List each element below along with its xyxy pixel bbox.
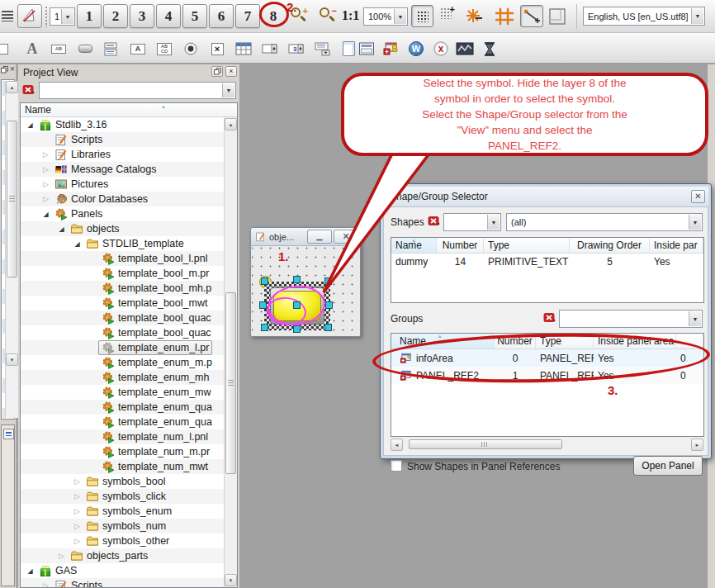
- text-edit-icon[interactable]: ABCD: [154, 38, 174, 59]
- tree-item-template-bool-quac[interactable]: template_bool_quac: [21, 325, 224, 340]
- collapse-icon[interactable]: ◢: [25, 567, 36, 575]
- hourglass-icon[interactable]: [480, 38, 500, 59]
- tree-item-template-bool-mwt[interactable]: template_bool_mwt: [21, 296, 224, 311]
- number-spinner-icon[interactable]: 3: [286, 38, 306, 59]
- x-circle-icon[interactable]: x: [431, 38, 451, 59]
- tree-item-pictures[interactable]: ▷Pictures: [21, 177, 224, 192]
- tree-column-header-name[interactable]: Name ▲: [21, 103, 237, 117]
- text-part-icon[interactable]: [0, 38, 12, 59]
- toolbar-handle[interactable]: [45, 6, 48, 27]
- expand-icon[interactable]: ▷: [72, 507, 83, 515]
- show-shapes-checkbox[interactable]: [391, 460, 402, 472]
- align-lines-icon[interactable]: [2, 11, 13, 21]
- expand-icon[interactable]: ▷: [72, 537, 83, 545]
- collapse-icon[interactable]: ◢: [56, 225, 67, 233]
- scroll-thumb[interactable]: [225, 292, 236, 474]
- collapse-icon[interactable]: ◢: [40, 211, 51, 218]
- layer-5-button[interactable]: 5: [182, 4, 207, 28]
- trend-icon[interactable]: [455, 38, 475, 59]
- tree-item-template-num-m-pr[interactable]: template_num_m.pr: [21, 444, 224, 459]
- zoom-1to1-button[interactable]: 1:1: [342, 8, 359, 23]
- layer-3-button[interactable]: 3: [130, 4, 154, 28]
- groups-clear-filter-button[interactable]: [542, 311, 556, 325]
- scroll-up-icon[interactable]: ▲: [225, 118, 237, 130]
- tree-item-template-enum-qua[interactable]: template_enum_qua: [21, 415, 224, 429]
- tree-item-stdlib-3-16[interactable]: ◢Stdlib_3.16: [21, 117, 224, 132]
- selection-handle-bottom-left[interactable]: [261, 324, 268, 331]
- shapes-filter-dropdown[interactable]: ▼: [443, 213, 501, 231]
- point-snap-icon[interactable]: [464, 7, 484, 26]
- tree-item-template-num-mwt[interactable]: template_num_mwt: [21, 459, 224, 474]
- groups-hscrollbar[interactable]: ◄ ►: [391, 439, 704, 451]
- tree-item-template-enum-m-p[interactable]: template_enum_m.p: [21, 355, 224, 370]
- combo-list-icon[interactable]: [102, 38, 121, 59]
- spin-box-icon[interactable]: [260, 38, 280, 59]
- selection-handle-center[interactable]: [293, 301, 301, 309]
- new-page-icon[interactable]: [339, 38, 358, 59]
- dialog-close-button[interactable]: ✕: [691, 190, 705, 203]
- layer-select-dropdown[interactable]: 1 ▼: [50, 7, 75, 26]
- clear-filter-button[interactable]: [21, 83, 36, 97]
- scroll-right-icon[interactable]: ►: [691, 439, 703, 451]
- expand-icon[interactable]: ▷: [40, 165, 51, 173]
- tree-item-template-enum-mh[interactable]: template_enum_mh: [21, 370, 224, 385]
- language-dropdown[interactable]: English, US [en_US.utf8] ▼: [583, 7, 705, 26]
- scroll-left-icon[interactable]: ◄: [391, 439, 403, 451]
- tree-item-scripts[interactable]: Scripts: [21, 132, 224, 147]
- selection-handle-mid-right[interactable]: [325, 301, 333, 309]
- float-panel-button[interactable]: [211, 66, 223, 77]
- float-panel-icon[interactable]: [1, 66, 8, 74]
- tree-item-stdlib-template[interactable]: ◢STDLIB_template: [21, 236, 224, 251]
- layer-2-button[interactable]: 2: [103, 4, 128, 28]
- push-button-icon[interactable]: [75, 38, 95, 59]
- zoom-select-tool-button[interactable]: [17, 4, 42, 28]
- scroll-down-icon[interactable]: ▼: [6, 353, 18, 366]
- layer-4-button[interactable]: 4: [156, 4, 181, 28]
- groups-filter-dropdown[interactable]: ▼: [559, 310, 703, 328]
- list-dropdown-icon[interactable]: [313, 38, 333, 59]
- embedded-window-icon[interactable]: [357, 38, 376, 59]
- snap-line-button[interactable]: [520, 5, 543, 27]
- expand-icon[interactable]: ▷: [40, 150, 51, 159]
- w-circle-icon[interactable]: W: [406, 38, 426, 59]
- tree-item-template-bool-l-pnl[interactable]: template_bool_l.pnl: [21, 251, 224, 266]
- tree-item-symbols-other[interactable]: ▷symbols_other: [21, 533, 224, 548]
- shapes-type-dropdown[interactable]: (all) ▼: [506, 213, 703, 231]
- close-panel-button[interactable]: ×: [225, 66, 237, 77]
- tree-item-libraries[interactable]: ▷Libraries: [21, 147, 224, 162]
- tree-item-template-bool-quac[interactable]: template_bool_quac: [21, 311, 224, 325]
- tree-item-symbols-click[interactable]: ▷symbols_click: [21, 489, 224, 504]
- selection-handle-bottom-mid[interactable]: [293, 325, 301, 333]
- tree-item-color-databases[interactable]: ▷Color Databases: [21, 192, 224, 206]
- tree-item-message-catalogs[interactable]: ▷Message Catalogs: [21, 162, 224, 177]
- column-header-drawing-order[interactable]: Drawing Order: [570, 238, 650, 253]
- tree-item-panels[interactable]: ◢Panels: [21, 206, 224, 221]
- zoom-percent-dropdown[interactable]: 100% ▼: [363, 7, 408, 26]
- zoom-out-icon[interactable]: −: [319, 6, 337, 26]
- open-panel-button[interactable]: Open Panel: [633, 456, 703, 476]
- scroll-thumb[interactable]: [7, 121, 17, 277]
- layer-7-button[interactable]: 7: [235, 4, 260, 28]
- align-tool-button[interactable]: [3, 429, 14, 439]
- project-filter-dropdown[interactable]: ▼: [39, 82, 236, 99]
- label-icon[interactable]: AB: [49, 38, 69, 59]
- left-scrollbar[interactable]: ▲ ▼: [5, 81, 18, 418]
- radio-button-icon[interactable]: [181, 38, 201, 59]
- expand-icon[interactable]: ▷: [40, 581, 51, 587]
- scroll-down-icon[interactable]: ▼: [225, 574, 237, 586]
- layer-6-button[interactable]: 6: [209, 4, 234, 28]
- column-header-inside-par[interactable]: Inside par: [650, 238, 703, 253]
- expand-icon[interactable]: ▷: [40, 180, 51, 188]
- tree-item-template-enum-mw[interactable]: template_enum_mw: [21, 385, 224, 400]
- line-edit-icon[interactable]: A: [128, 38, 148, 59]
- close-panel-icon[interactable]: ×: [10, 64, 15, 74]
- window-person-icon[interactable]: [381, 38, 401, 59]
- selection-handle-top-mid[interactable]: [293, 276, 301, 283]
- column-header-type[interactable]: Type: [484, 238, 570, 253]
- grid-lines-icon[interactable]: [494, 7, 515, 26]
- tree-item-template-enum-l-pr[interactable]: template_enum_l.pr: [21, 340, 224, 355]
- tree-scrollbar[interactable]: ▲ ▼: [224, 117, 237, 587]
- collapse-icon[interactable]: ◢: [72, 240, 83, 248]
- tree-item-template-bool-mh-p[interactable]: template_bool_mh.p: [21, 281, 224, 296]
- tree-item-symbols-bool[interactable]: ▷symbols_bool: [21, 474, 224, 489]
